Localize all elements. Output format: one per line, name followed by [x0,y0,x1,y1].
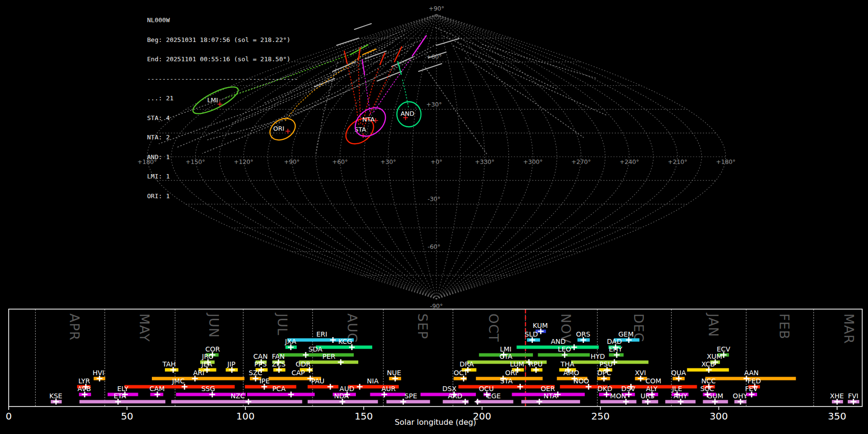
map-lat-label: +30° [426,101,442,108]
bar-label: SZC [249,369,262,377]
bar-TAH: TAH [162,360,178,373]
bar-label: SLD [525,330,538,338]
bar-label: LEO [558,345,571,353]
bar-label: NCC [701,377,716,385]
bar-label: NOO [573,377,589,385]
bar-label: FED [747,377,761,385]
activity-bar [247,393,314,396]
bar-label: JXA [285,338,297,345]
sporadic-track [419,64,442,71]
count-sporadic: ...: 21 [147,95,298,102]
map-lon-label: +270° [571,158,591,165]
begin-time: Beg: 20251031 18:07:56 (sol = 218.22°) [147,37,298,43]
sporadic-trail [425,68,487,154]
bar-label: ZCS [272,360,285,368]
activity-bar [124,385,235,389]
map-meridian [340,14,436,299]
bar-label: ORI [505,369,517,377]
bar-label: DRA [460,360,474,368]
bar-DPC: DPC [597,369,611,381]
bar-label: XUM [707,353,722,360]
bar-label: FEV [745,385,758,393]
peak-marker [571,344,577,350]
sporadic-trail [453,46,608,116]
bar-label: HYD [591,353,605,360]
count-and: AND: 1 [147,154,298,161]
bar-label: KCG [338,338,352,345]
x-tick-label: 300 [709,410,728,422]
bar-OCT: OCT [454,369,468,381]
activity-bar [245,385,297,389]
peak-marker [303,352,309,358]
activity-bar [308,385,339,389]
meteor-station-summary: NL000W Beg: 20251031 18:07:56 (sol = 218… [0,0,868,434]
bar-NUE: NUE [387,369,401,381]
bar-label: CTA [500,353,513,360]
bar-label: JIP [227,360,236,368]
count-lmi: LMI: 1 [147,173,298,180]
bar-label: GEM [618,330,634,338]
bar-label: FAN [272,353,285,360]
bar-label: PCA [272,385,286,393]
bar-label: OHY [733,392,748,400]
month-label: MAY [137,313,152,342]
sporadic-track [337,38,359,45]
bar-label: GUM [707,392,723,400]
bar-label: QUA [671,369,686,377]
bar-label: EHY [609,345,623,353]
month-label: MAR [841,313,856,344]
x-tick-label: 0 [6,410,12,422]
bar-label: DPC [597,369,611,377]
radiant-label: NTA [362,116,375,123]
bar-SLD: SLD [525,330,540,343]
bar-label: NIA [367,377,379,385]
month-label: FEB [777,313,792,339]
bar-XCB: XCB [687,360,729,373]
sporadic-trail [465,58,583,137]
x-tick-label: 50 [121,410,133,422]
activity-bar [386,400,430,404]
bar-CAM: CAM [149,385,164,397]
bar-label: DSX [442,385,457,393]
bar-label: PPS [254,360,267,368]
shower-bars: KUMERISLDORSGEMJXAKCGANDDADCORSDALMILEOE… [49,322,859,405]
bar-label: ECV [717,345,731,353]
month-label: APR [67,313,82,341]
bar-KSE: KSE [49,392,62,405]
bar-label: NUE [387,369,401,377]
peak-marker [327,384,333,390]
bar-label: STA [500,377,513,385]
bar-label: TAH [162,360,176,368]
bar-label: MON [610,392,626,400]
peak-marker [330,337,336,343]
bar-label: AMO [563,369,579,377]
activity-bar [171,400,302,404]
bar-label: AAN [744,369,759,377]
bar-label: PSU [599,360,613,368]
bar-label: OER [541,385,555,393]
map-lon-label: +210° [668,158,688,165]
x-tick-label: 100 [236,410,255,422]
map-lat-label: -90° [430,302,443,310]
header-divider: ---------------------------------------- [147,76,298,82]
map-lat-label: -30° [428,195,441,203]
bar-RPU: RPU [529,360,542,373]
map-lon-label: +60° [332,158,348,165]
radiant-label: AND [401,110,415,117]
map-lon-label: +240° [620,158,639,165]
bar-label: LYR [78,377,90,385]
bar-ZCS: ZCS [272,360,285,373]
bar-label: PER [323,353,336,360]
bar-label: SCC [700,385,714,393]
bar-label: SSG [201,385,215,393]
sporadic-trail [444,36,557,89]
bar-label: OCT [454,369,468,377]
x-tick-label: 150 [354,410,373,422]
x-tick-label: 250 [591,410,610,422]
activity-bar [476,400,514,404]
activity-bar [80,400,165,404]
bar-label: ORS [576,330,590,338]
bar-label: CAN [253,353,268,360]
month-label: JUN [206,312,221,338]
bar-label: JEA [201,360,213,368]
